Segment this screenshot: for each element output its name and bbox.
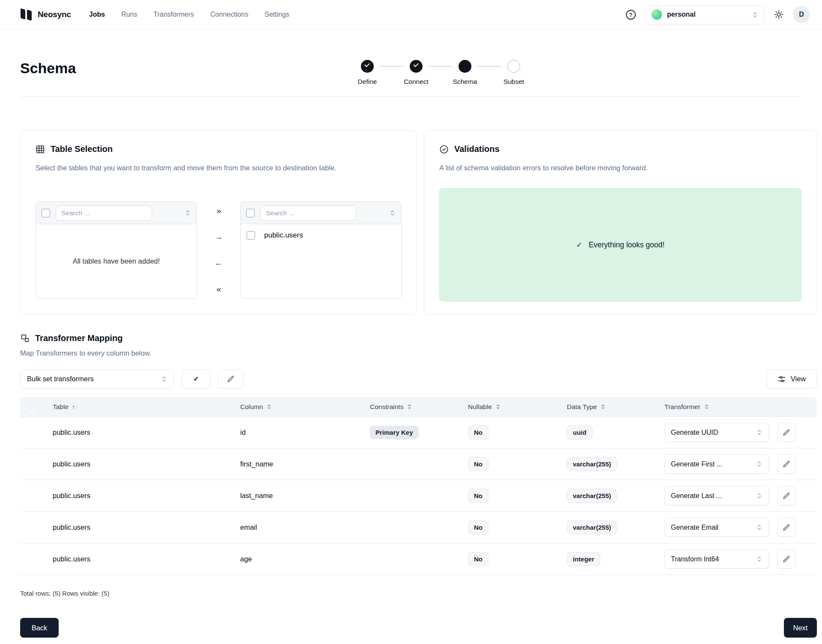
cell-table: public.users: [53, 492, 240, 500]
column-header-table[interactable]: Table ↑: [53, 403, 240, 411]
cell-column: email: [240, 523, 370, 531]
main-nav: Jobs Runs Transformers Connections Setti…: [89, 11, 289, 18]
pencil-icon: [783, 524, 790, 531]
step-complete-check-icon: [361, 60, 374, 73]
bulk-set-transformers-select[interactable]: Bulk set transformers: [20, 369, 174, 389]
source-tables-panel: All tables have been added!: [36, 202, 197, 299]
validations-card: Validations A list of schema validation …: [424, 130, 817, 315]
column-header-column[interactable]: Column: [240, 403, 370, 411]
circle-check-icon: [439, 145, 449, 154]
move-right-button[interactable]: →: [210, 229, 227, 246]
transfer-controls: » → ← «: [210, 202, 227, 298]
edit-transformer-button[interactable]: [777, 423, 795, 442]
cell-column: age: [240, 555, 370, 563]
edit-transformer-button[interactable]: [777, 454, 795, 474]
cell-table: public.users: [53, 428, 240, 436]
back-button[interactable]: Back: [20, 618, 59, 638]
card-description: A list of schema validation errors to re…: [439, 162, 799, 174]
column-header-nullable[interactable]: Nullable: [468, 403, 567, 411]
nav-item-connections[interactable]: Connections: [210, 11, 248, 18]
transformer-select[interactable]: Generate Email: [664, 518, 769, 537]
next-button[interactable]: Next: [784, 618, 817, 638]
step-define[interactable]: Define: [361, 60, 374, 86]
page-title: Schema: [20, 60, 76, 77]
bulk-edit-button[interactable]: [217, 369, 244, 389]
card-description: Select the tables that you want to trans…: [36, 162, 391, 174]
nullable-badge: No: [468, 489, 488, 503]
step-schema[interactable]: Schema: [459, 60, 471, 86]
destination-search-input[interactable]: [260, 205, 357, 221]
table-row: public.users first_name No varchar(255) …: [20, 448, 817, 480]
chevrons-up-down-icon: [756, 556, 762, 562]
theme-toggle-sun-icon[interactable]: [774, 10, 783, 19]
chevrons-up-down-icon: [756, 524, 762, 531]
nullable-badge: No: [468, 520, 488, 534]
table-row-count: Total rows: (5) Rows visible: (5): [20, 590, 109, 597]
account-name: personal: [667, 11, 696, 18]
transformer-select[interactable]: Generate First ...: [664, 454, 769, 474]
cell-table: public.users: [53, 523, 240, 531]
sort-chevrons-icon[interactable]: [389, 210, 396, 216]
select-all-destination-checkbox[interactable]: [246, 209, 255, 217]
card-title: Table Selection: [51, 144, 113, 154]
data-type-badge: varchar(255): [567, 520, 617, 534]
edit-transformer-button[interactable]: [777, 486, 795, 505]
nav-item-runs[interactable]: Runs: [121, 11, 137, 18]
table-checkbox[interactable]: [247, 231, 255, 240]
cell-table: public.users: [53, 460, 240, 468]
source-search-input[interactable]: [56, 205, 152, 221]
avatar[interactable]: D: [793, 6, 810, 23]
sort-chevrons-icon: [266, 404, 272, 410]
help-icon[interactable]: ?: [626, 10, 636, 20]
edit-transformer-button[interactable]: [777, 549, 795, 569]
chevrons-up-down-icon: [756, 429, 762, 436]
validation-success-box: ✓ Everything looks good!: [439, 188, 802, 302]
step-connect[interactable]: Connect: [410, 60, 423, 86]
list-item: public.users: [241, 224, 401, 240]
nav-item-jobs[interactable]: Jobs: [89, 11, 105, 18]
table-row: public.users age No integer Transform In…: [20, 543, 817, 575]
chevrons-up-down-icon: [756, 493, 762, 499]
transformer-select[interactable]: Transform Int64: [664, 549, 769, 569]
brand-name: Neosync: [38, 10, 71, 19]
card-title: Validations: [454, 144, 500, 154]
chevrons-up-down-icon: [756, 461, 762, 467]
edit-transformer-button[interactable]: [777, 518, 795, 537]
step-complete-check-icon: [410, 60, 423, 73]
column-header-constraints[interactable]: Constraints: [370, 403, 468, 411]
select-all-source-checkbox[interactable]: [42, 209, 50, 217]
bulk-apply-button[interactable]: ✓: [182, 369, 210, 389]
column-header-data-type[interactable]: Data Type: [567, 403, 664, 411]
top-navbar: Neosync Jobs Runs Transformers Connectio…: [0, 0, 822, 30]
data-type-badge: integer: [567, 552, 600, 566]
sort-chevrons-icon: [704, 404, 709, 410]
sort-chevrons-icon[interactable]: [185, 210, 191, 216]
nullable-badge: No: [468, 457, 488, 471]
sort-chevrons-icon: [600, 404, 606, 410]
account-selector[interactable]: personal: [645, 5, 765, 24]
table-selection-card: Table Selection Select the tables that y…: [20, 130, 417, 315]
pencil-icon: [783, 429, 790, 436]
sort-asc-icon: ↑: [72, 403, 75, 410]
step-subset[interactable]: Subset: [507, 60, 520, 86]
brand[interactable]: Neosync: [20, 7, 71, 22]
nav-item-transformers[interactable]: Transformers: [154, 11, 194, 18]
column-header-transformer[interactable]: Transformer: [664, 403, 817, 411]
transformer-select[interactable]: Generate UUID: [664, 423, 769, 442]
chevrons-up-down-icon: [752, 12, 758, 18]
view-columns-button[interactable]: View: [766, 369, 817, 389]
chevrons-up-down-icon: [161, 376, 167, 382]
transformer-select[interactable]: Generate Last ...: [664, 486, 769, 505]
move-left-button[interactable]: ←: [210, 255, 227, 272]
pencil-icon: [783, 555, 790, 563]
move-all-left-button[interactable]: «: [210, 281, 227, 298]
transformer-mapping-table: Table ↑ Column Constraints Nullable Data…: [20, 397, 817, 575]
pencil-icon: [227, 375, 235, 383]
nav-item-settings[interactable]: Settings: [265, 11, 289, 18]
table-grid-icon: [36, 145, 45, 154]
nullable-badge: No: [468, 552, 488, 566]
sort-chevrons-icon: [495, 404, 501, 410]
move-all-right-button[interactable]: »: [210, 202, 227, 220]
sort-chevrons-icon: [407, 404, 412, 410]
nullable-badge: No: [468, 425, 488, 439]
